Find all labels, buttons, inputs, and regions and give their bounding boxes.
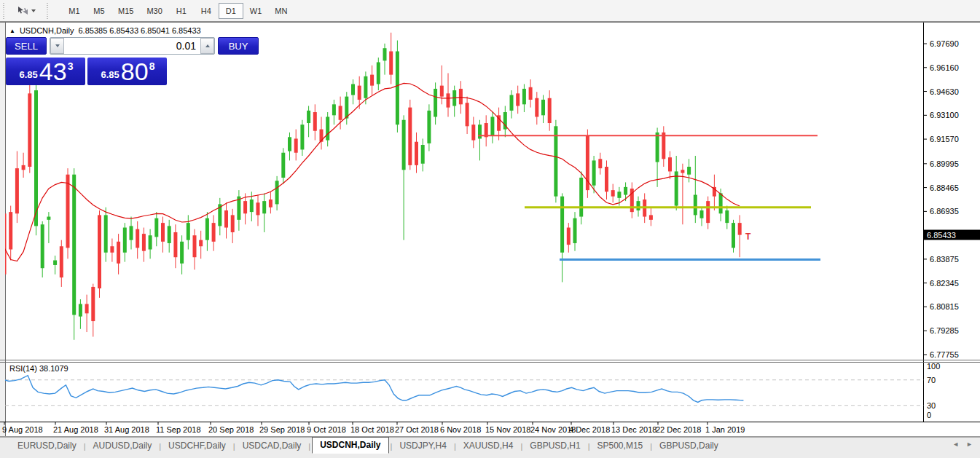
candle-body xyxy=(34,90,38,226)
tab-scroll-left-icon[interactable]: ◄ xyxy=(952,441,959,448)
date-label: 1 Jan 2019 xyxy=(705,425,745,434)
tab-usdcnh-daily[interactable]: USDCNH,Daily xyxy=(312,437,388,454)
timeframe-m15[interactable]: M15 xyxy=(111,3,140,19)
sell-price-pip: 3 xyxy=(68,60,74,72)
candle-body xyxy=(662,133,665,159)
candle-body xyxy=(370,75,374,86)
candle-body xyxy=(104,215,108,252)
timeframe-m30[interactable]: M30 xyxy=(140,3,168,19)
candle-body xyxy=(389,51,393,74)
one-click-trading-panel: SELL BUY 6.85 43 3 6.85 80 8 xyxy=(6,37,167,85)
tab-gbpusd-h1[interactable]: GBPUSD,H1 xyxy=(522,438,587,454)
lot-size-stepper xyxy=(50,37,215,55)
date-label: 27 Oct 2018 xyxy=(395,425,439,434)
tab-scroll-right-icon[interactable]: ► xyxy=(966,441,973,448)
candle-body xyxy=(313,112,317,131)
candle-body xyxy=(466,103,469,126)
timeframe-m1[interactable]: M1 xyxy=(62,3,87,19)
candle-body xyxy=(136,229,139,248)
candle-body xyxy=(281,153,285,178)
sell-button[interactable]: SELL xyxy=(6,37,47,55)
tab-usdchf-daily[interactable]: USDCHF,Daily xyxy=(161,438,233,454)
candle-body xyxy=(541,100,545,115)
tab-eurusd-daily[interactable]: EURUSD,Daily xyxy=(10,438,84,454)
lot-decrease-button[interactable] xyxy=(50,38,64,54)
candle-body xyxy=(110,246,114,253)
tab-usdcad-daily[interactable]: USDCAD,Daily xyxy=(235,438,309,454)
buy-price-pip: 8 xyxy=(149,60,155,72)
candle-body xyxy=(573,218,577,243)
candle-body xyxy=(149,235,152,249)
collapse-icon[interactable]: ▲ xyxy=(9,28,15,34)
lot-size-input[interactable] xyxy=(64,38,200,54)
date-label: 18 Oct 2018 xyxy=(350,425,394,434)
candle-body xyxy=(9,212,12,249)
trade-marker-t: T xyxy=(745,232,751,242)
candle-body xyxy=(434,89,437,117)
candle-body xyxy=(85,304,89,313)
toolbar-grip[interactable] xyxy=(46,3,50,19)
chart-title: ▲ USDCNH,Daily 6.85385 6.85433 6.85041 6… xyxy=(9,26,201,35)
timeframe-h4[interactable]: H4 xyxy=(194,3,219,19)
sell-quote-button[interactable]: 6.85 43 3 xyxy=(6,58,85,85)
tab-gbpusd-daily[interactable]: GBPUSD,Daily xyxy=(652,438,726,454)
timeframe-d1[interactable]: D1 xyxy=(219,3,243,19)
timeframe-toolbar: M1M5M15M30H1H4D1W1MN xyxy=(0,0,980,22)
lot-increase-button[interactable] xyxy=(200,38,214,54)
price-label: 6.83875 xyxy=(930,255,959,264)
candle-body xyxy=(427,111,431,143)
candle-body xyxy=(72,175,76,315)
candle-body xyxy=(262,201,266,213)
candle-body xyxy=(617,192,621,198)
candle-body xyxy=(440,86,444,97)
candle-body xyxy=(66,175,70,248)
timeframe-m5[interactable]: M5 xyxy=(87,3,111,19)
candle-body xyxy=(117,242,120,264)
timeframe-mn[interactable]: MN xyxy=(268,3,294,19)
candle-body xyxy=(681,170,684,173)
timeframe-w1[interactable]: W1 xyxy=(243,3,269,19)
candle-body xyxy=(738,223,742,234)
buy-quote-button[interactable]: 6.85 80 8 xyxy=(87,58,167,85)
candle-body xyxy=(123,228,127,253)
candle-body xyxy=(168,226,171,243)
tab-xauusd-h4[interactable]: XAUUSD,H4 xyxy=(456,438,521,454)
price-label: 6.93100 xyxy=(930,111,959,119)
candle-body xyxy=(421,145,425,164)
candle-body xyxy=(250,200,254,212)
buy-button[interactable]: BUY xyxy=(218,37,259,55)
toolbar-grip[interactable] xyxy=(2,3,6,19)
rsi-level-label: 70 xyxy=(927,376,936,384)
tab-scroll-arrows: ◄ ► xyxy=(952,441,973,448)
tab-separator: | xyxy=(308,440,310,454)
candle-body xyxy=(161,223,165,242)
candle-body xyxy=(142,234,146,251)
arrow-up-icon xyxy=(205,44,210,47)
candle-body xyxy=(579,178,583,217)
candle-body xyxy=(447,93,450,107)
timeframe-h1[interactable]: H1 xyxy=(169,3,194,19)
date-label: 6 Nov 2018 xyxy=(440,425,481,434)
candle-body xyxy=(732,223,735,248)
date-label: 13 Dec 2018 xyxy=(611,425,656,434)
candle-body xyxy=(706,201,710,223)
price-label: 6.82345 xyxy=(930,279,959,288)
price-label: 6.96160 xyxy=(930,63,959,72)
price-label: 6.77755 xyxy=(930,350,959,359)
tab-usdjpy-h4[interactable]: USDJPY,H4 xyxy=(392,438,453,454)
chart-tools-button[interactable] xyxy=(12,3,40,18)
rsi-level-label: 30 xyxy=(927,401,936,410)
candle-body xyxy=(98,215,101,288)
sell-price-prefix: 6.85 xyxy=(20,69,38,80)
tab-audusd-daily[interactable]: AUDUSD,Daily xyxy=(86,438,160,454)
candle-body xyxy=(231,215,235,232)
candle-body xyxy=(358,86,361,100)
candle-body xyxy=(668,157,672,171)
candle-body xyxy=(243,201,247,213)
candle-body xyxy=(180,242,184,264)
candle-body xyxy=(548,98,552,123)
tab-sp500-m15[interactable]: SP500,M15 xyxy=(590,438,651,454)
price-label: 6.89995 xyxy=(930,159,959,168)
date-label: 4 Dec 2018 xyxy=(569,425,610,434)
candle-body xyxy=(637,201,640,210)
